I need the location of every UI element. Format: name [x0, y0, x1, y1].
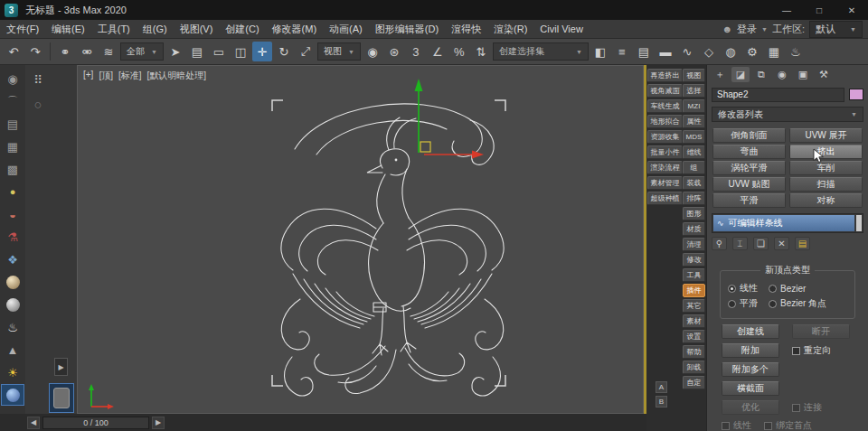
script-category-button[interactable]: 设置: [683, 330, 705, 343]
script-tool-button[interactable]: 超级种植: [647, 192, 683, 205]
sphere-blue-icon[interactable]: [2, 385, 24, 405]
modifier-button[interactable]: 平滑: [712, 193, 786, 208]
viewport-menu-general[interactable]: [+]: [83, 70, 93, 82]
close-button[interactable]: ✕: [835, 0, 868, 20]
login-button[interactable]: 登录: [737, 23, 757, 36]
modifier-button[interactable]: 涡轮平滑: [712, 161, 786, 175]
schematic-view-icon[interactable]: ◇: [699, 42, 719, 61]
flask-icon[interactable]: ⚗: [2, 227, 24, 247]
percent-snap-icon[interactable]: %: [449, 42, 469, 61]
script-category-button[interactable]: 装载: [683, 176, 705, 190]
previous-frame-button[interactable]: ◀: [27, 417, 40, 429]
rendered-frame-window-icon[interactable]: ▦: [764, 42, 784, 61]
bind-first-checkbox[interactable]: 绑定首点: [764, 419, 812, 431]
script-category-button[interactable]: 素材: [683, 314, 705, 328]
redo-icon[interactable]: ↷: [25, 42, 45, 61]
modifier-button[interactable]: UVW 贴图: [712, 177, 786, 192]
select-by-name-icon[interactable]: ▤: [187, 42, 207, 61]
script-category-button[interactable]: 插件: [683, 284, 705, 297]
angle-snap-icon[interactable]: ∠: [428, 42, 448, 61]
ribbon-icon[interactable]: ▬: [656, 42, 675, 61]
menu-file[interactable]: 文件(F): [0, 23, 45, 36]
display-tab-icon[interactable]: ▣: [794, 67, 812, 82]
modifier-button[interactable]: 弯曲: [712, 145, 786, 159]
attach-multiple-button[interactable]: 附加多个: [722, 362, 779, 377]
script-category-button[interactable]: 帮助: [683, 345, 705, 359]
script-tool-button[interactable]: 素材管理: [647, 176, 683, 190]
workspace-dropdown[interactable]: 默认 ▼: [809, 21, 863, 38]
script-category-button[interactable]: MZI: [683, 99, 705, 113]
selection-filter-dropdown[interactable]: 全部 ▼: [120, 42, 164, 61]
dot-grid-icon[interactable]: ⠿: [27, 70, 49, 89]
radio-linear[interactable]: 线性: [728, 282, 758, 295]
pin-stack-icon[interactable]: ⚲: [712, 237, 727, 250]
layer-explorer-icon[interactable]: ▤: [634, 42, 654, 61]
layers-icon[interactable]: ▤: [2, 114, 24, 134]
remove-modifier-icon[interactable]: ✕: [774, 237, 789, 250]
object-color-swatch[interactable]: [849, 89, 863, 100]
create-line-button[interactable]: 创建线: [722, 324, 779, 339]
script-category-button[interactable]: 组: [683, 161, 705, 174]
reorient-checkbox[interactable]: 重定向: [792, 344, 831, 357]
attach-button[interactable]: 附加: [722, 343, 779, 358]
script-tool-button[interactable]: 资源收集: [647, 130, 683, 144]
menu-xuandekuai[interactable]: 渲得快: [445, 23, 487, 36]
minimize-button[interactable]: —: [770, 0, 803, 20]
sun-icon[interactable]: ☀: [2, 362, 24, 382]
select-and-scale-icon[interactable]: ⤢: [296, 42, 316, 61]
undo-icon[interactable]: ↶: [4, 42, 24, 61]
script-category-button[interactable]: 选择: [683, 84, 705, 98]
object-name-field[interactable]: Shape2: [712, 88, 844, 102]
teapot-icon[interactable]: ♨: [2, 317, 24, 337]
menu-group[interactable]: 组(G): [137, 23, 174, 36]
linear-checkbox[interactable]: 线性: [722, 419, 751, 431]
stack-scrollbar[interactable]: [856, 215, 862, 231]
refine-button[interactable]: 优化: [722, 400, 779, 415]
use-pivot-point-icon[interactable]: ◉: [363, 42, 382, 61]
cross-section-button[interactable]: 横截面: [722, 381, 779, 396]
script-category-button[interactable]: 清理: [683, 238, 705, 251]
motion-tab-icon[interactable]: ◉: [773, 67, 791, 82]
magnet-icon[interactable]: ◒: [2, 204, 24, 224]
phoenix-spline-object[interactable]: [281, 104, 504, 396]
script-category-button[interactable]: 工具: [683, 268, 705, 282]
bind-to-space-warp-icon[interactable]: ≋: [99, 42, 118, 61]
login-caret-icon[interactable]: ▼: [761, 26, 768, 33]
script-tool-button[interactable]: 地形拟合: [647, 115, 683, 128]
select-and-rotate-icon[interactable]: ↻: [274, 42, 294, 61]
circle-tool-icon[interactable]: ◌: [27, 94, 49, 114]
expand-arrow-button[interactable]: ▶: [54, 358, 68, 376]
sphere-tan-icon[interactable]: [2, 272, 24, 292]
render-production-icon[interactable]: ♨: [786, 42, 806, 61]
align-icon[interactable]: ≡: [612, 42, 632, 61]
render-setup-icon[interactable]: ⚙: [742, 42, 762, 61]
menu-animation[interactable]: 动画(A): [323, 23, 369, 36]
menu-edit[interactable]: 编辑(E): [45, 23, 91, 36]
rectangular-selection-region-icon[interactable]: ▭: [209, 42, 229, 61]
select-object-icon[interactable]: ➤: [165, 42, 185, 61]
menu-views[interactable]: 视图(V): [174, 23, 220, 36]
spreadsheet-icon[interactable]: ▦: [2, 136, 24, 156]
menu-rendering[interactable]: 渲染(R): [487, 23, 533, 36]
grid-icon[interactable]: ▩: [2, 159, 24, 179]
menu-civil-view[interactable]: Civil View: [533, 23, 589, 34]
eye-icon[interactable]: ◉: [2, 69, 24, 89]
select-and-move-icon[interactable]: ✛: [252, 42, 272, 61]
radio-smooth[interactable]: 平滑: [728, 297, 758, 310]
menu-graph-editors[interactable]: 图形编辑器(D): [369, 23, 445, 36]
script-category-button[interactable]: 材质: [683, 222, 705, 236]
palette-icon[interactable]: ❖: [2, 249, 24, 269]
menu-create[interactable]: 创建(C): [219, 23, 265, 36]
modifier-button[interactable]: 挤出: [789, 145, 863, 159]
material-editor-icon[interactable]: ◍: [721, 42, 741, 61]
modifier-button[interactable]: 车削: [789, 161, 863, 175]
window-crossing-toggle-icon[interactable]: ◫: [231, 42, 250, 61]
show-end-result-icon[interactable]: ⌶: [732, 237, 748, 250]
script-tool-button[interactable]: 渲染流程: [647, 161, 683, 174]
utilities-tab-icon[interactable]: ⚒: [815, 67, 833, 82]
menu-modifiers[interactable]: 修改器(M): [266, 23, 324, 36]
radio-bezier-corner[interactable]: Bezier 角点: [769, 297, 826, 310]
viewport-menu-shading[interactable]: [默认明暗处理]: [147, 70, 207, 82]
menu-tools[interactable]: 工具(T): [91, 23, 137, 36]
sphere-gray-icon[interactable]: [2, 295, 24, 314]
